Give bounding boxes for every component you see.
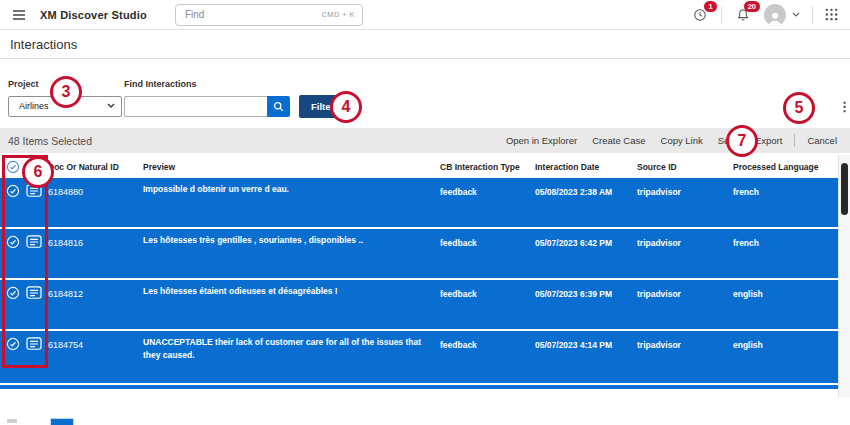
vertical-scrollbar[interactable] [838,155,850,397]
partial-cutoff-icon [7,419,17,423]
partial-cutoff-blue-element [50,418,74,425]
history-button[interactable]: 1 [691,6,709,24]
items-selected-count: 48 Items Selected [8,135,92,147]
history-badge: 1 [704,1,717,12]
callout-6: 6 [22,156,54,188]
header-doc-id[interactable]: Doc Or Natural ID [48,162,143,172]
notifications-badge: 20 [744,1,760,12]
header-processed-language[interactable]: Processed Language [733,162,838,172]
find-interactions-input[interactable] [124,96,267,117]
table-body: 6184880Impossible d obtenir un verre d e… [0,178,838,385]
select-all-check-icon[interactable] [6,160,20,174]
processed-language: french [733,178,838,227]
row-selected-check-icon[interactable] [6,178,20,227]
toolbar-action-export[interactable]: Export [755,135,782,146]
partial-next-row [0,385,838,389]
callout-4: 4 [330,91,362,123]
global-search[interactable]: CMD + K [175,4,363,26]
callout-7: 7 [726,125,758,157]
toolbar-action-cancel[interactable]: Cancel [807,135,837,146]
search-icon [273,101,284,112]
scrollbar-thumb[interactable] [841,163,848,215]
toolbar-separator [794,134,795,147]
interaction-type: feedback [440,331,535,383]
toolbar-action-create-case[interactable]: Create Case [592,135,645,146]
interaction-date: 05/07/2023 6:39 PM [535,280,637,329]
table-row[interactable]: 6184880Impossible d obtenir un verre d e… [0,178,838,229]
chevron-down-icon[interactable] [792,12,800,17]
app-grid-icon[interactable] [825,8,838,21]
interaction-type: feedback [440,280,535,329]
table-row[interactable]: 6184754UNACCEPTABLE their lack of custom… [0,331,838,385]
search-button[interactable] [267,96,290,117]
document-icon[interactable] [26,331,48,383]
interactions-table: Doc Or Natural ID Preview CB Interaction… [0,155,838,389]
more-options-kebab-icon[interactable]: ⋮ [838,100,850,113]
toolbar-action-copy-link[interactable]: Copy Link [661,135,703,146]
document-icon[interactable] [26,280,48,329]
processed-language: english [733,280,838,329]
doc-id: 6184754 [48,331,143,383]
row-selected-check-icon[interactable] [6,280,20,329]
app-title: XM Discover Studio [40,9,147,21]
processed-language: french [733,229,838,278]
interaction-date: 05/07/2023 6:42 PM [535,229,637,278]
table-row[interactable]: 6184816Les hôtesses très gentilles , sou… [0,229,838,280]
source-id: tripadvisor [637,229,733,278]
row-selected-check-icon[interactable] [6,331,20,383]
row-selected-check-icon[interactable] [6,229,20,278]
header-preview[interactable]: Preview [143,162,440,172]
interaction-type: feedback [440,229,535,278]
callout-3: 3 [50,76,82,108]
avatar[interactable] [764,4,786,26]
preview-text: Les hôtesses très gentilles , souriantes… [143,229,440,278]
toolbar-actions: Open in ExplorerCreate CaseCopy LinkSend… [506,134,837,147]
topbar-right-icons: 1 20 [691,4,838,26]
doc-id: 6184816 [48,229,143,278]
table-row[interactable]: 6184812Les hôtesses étaient odieuses et … [0,280,838,331]
header-interaction-date[interactable]: Interaction Date [535,162,637,172]
search-shortcut-hint: CMD + K [321,10,354,19]
doc-id: 6184880 [48,178,143,227]
find-interactions-label: Find Interactions [124,79,346,89]
interaction-date: 05/07/2023 4:14 PM [535,331,637,383]
source-id: tripadvisor [637,331,733,383]
doc-id: 6184812 [48,280,143,329]
table-header-row: Doc Or Natural ID Preview CB Interaction… [0,155,838,178]
interaction-date: 05/08/2023 2:38 AM [535,178,637,227]
header-source-id[interactable]: Source ID [637,162,733,172]
preview-text: Les hôtesses étaient odieuses et désagré… [143,280,440,329]
notifications-button[interactable]: 20 [734,6,752,24]
selection-toolbar: 48 Items Selected Open in ExplorerCreate… [0,128,850,153]
header-interaction-type[interactable]: CB Interaction Type [440,162,535,172]
source-id: tripadvisor [637,280,733,329]
toolbar-action-open-in-explorer[interactable]: Open in Explorer [506,135,577,146]
document-icon[interactable] [26,229,48,278]
page-title: Interactions [0,31,850,59]
hamburger-menu-icon[interactable] [12,9,26,21]
preview-text: Impossible d obtenir un verre d eau. [143,178,440,227]
preview-text: UNACCEPTABLE their lack of customer care… [143,331,440,383]
divider [812,6,813,24]
processed-language: english [733,331,838,383]
global-search-input[interactable] [183,8,322,21]
topbar: XM Discover Studio CMD + K 1 20 [0,0,850,30]
divider [721,6,722,24]
callout-5: 5 [783,92,815,124]
source-id: tripadvisor [637,178,733,227]
interaction-type: feedback [440,178,535,227]
